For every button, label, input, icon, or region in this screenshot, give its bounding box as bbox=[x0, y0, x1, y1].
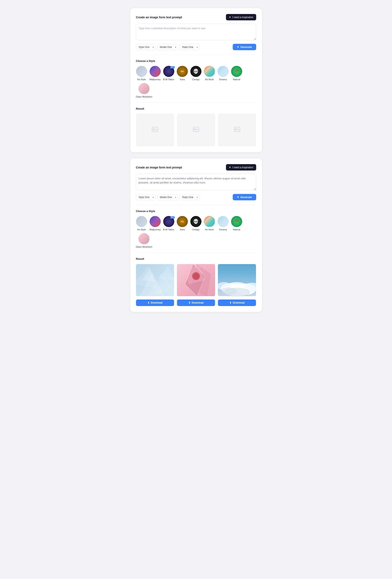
style-circle-artwork-2 bbox=[204, 216, 215, 227]
style-name-dreamy-2: Dreamy bbox=[219, 228, 227, 231]
svg-rect-0 bbox=[152, 127, 158, 132]
style-circle-wrapper-creepy-1: 💀 bbox=[190, 66, 201, 77]
style-name-artwork-2: Art Work bbox=[205, 228, 214, 231]
model-select-2[interactable]: Model One Model Two bbox=[157, 194, 178, 200]
download-button-2-2[interactable]: ⬇ Download bbox=[177, 299, 215, 306]
divider-result-2 bbox=[136, 253, 256, 253]
result-grid-2: ⬇ Download bbox=[136, 264, 256, 306]
prompt-textarea-1[interactable] bbox=[136, 24, 256, 40]
style-item-glass-morphism-2[interactable]: Glass Morphism bbox=[136, 233, 152, 248]
controls-row-1: Style One Style Two Model One Model Two … bbox=[136, 44, 256, 50]
result-image-2-1 bbox=[136, 264, 174, 296]
generate-label-1: Generate bbox=[240, 45, 252, 49]
style-select-1[interactable]: Style One Style Two bbox=[136, 44, 156, 50]
generate-label-2: Generate bbox=[240, 196, 252, 199]
style-circle-no-style-1 bbox=[136, 66, 147, 77]
style-item-glass-morphism-1[interactable]: Glass Morphism bbox=[136, 83, 152, 98]
style-item-sora-2[interactable]: Pro Sora bbox=[177, 216, 188, 231]
style-circle-wrapper-dreamy-2 bbox=[218, 216, 229, 227]
sora-text-1: Pro bbox=[181, 70, 184, 72]
download-button-2-3[interactable]: ⬇ Download bbox=[218, 299, 256, 306]
placeholder-icon-1-3 bbox=[234, 126, 240, 134]
placeholder-icon-1-1 bbox=[152, 126, 158, 134]
download-button-2-1[interactable]: ⬇ Download bbox=[136, 299, 174, 306]
style-item-no-style-2[interactable]: No Style bbox=[136, 216, 147, 231]
style-circle-wrapper-sora-1: Pro bbox=[177, 66, 188, 77]
style-circle-midjourney-1 bbox=[150, 66, 161, 77]
card-2: Create an image form text prompt ✦ I nee… bbox=[130, 158, 262, 312]
placeholder-icon-1-2 bbox=[193, 126, 199, 134]
style-circle-sora-2: Pro bbox=[177, 216, 188, 227]
svg-point-1 bbox=[153, 128, 154, 129]
creepy-icon-2: 💀 bbox=[193, 219, 199, 224]
creepy-icon-1: 💀 bbox=[193, 69, 199, 74]
style-item-artwork-1[interactable]: Art Work bbox=[204, 66, 215, 81]
natural-icon-1: 🌴 bbox=[234, 69, 239, 74]
inspiration-btn-label-2: I need a inspiration bbox=[232, 166, 253, 169]
style-item-sora-1[interactable]: Pro Sora bbox=[177, 66, 188, 81]
sora-text-2: Pro bbox=[181, 220, 184, 222]
style-item-dreamy-2[interactable]: Dreamy bbox=[218, 216, 229, 231]
result-image-2-3 bbox=[218, 264, 256, 296]
divider-result-1 bbox=[136, 102, 256, 103]
inspiration-button-2[interactable]: ✦ I need a inspiration bbox=[226, 164, 256, 170]
style-circle-natural-2: 🌴 bbox=[231, 216, 242, 227]
inspiration-button-1[interactable]: ✦ I need a inspiration bbox=[226, 14, 256, 20]
style-name-natural-2: Natural bbox=[233, 228, 240, 231]
style-item-bw-tattoo-2[interactable]: Pro B-W Tattoo bbox=[163, 216, 174, 231]
style-select-wrapper-1: Style One Style Two bbox=[136, 44, 156, 50]
pro-badge-bw-tattoo-1: Pro bbox=[170, 66, 174, 69]
style-circle-sora-1: Pro bbox=[177, 66, 188, 77]
style-name-no-style-2: No Style bbox=[137, 228, 146, 231]
style-item-midjourney-1[interactable]: Midjourney bbox=[150, 66, 161, 81]
spark-icon-2: ✦ bbox=[229, 166, 231, 169]
generate-icon-1: ✦ bbox=[237, 45, 239, 49]
style-name-dreamy-1: Dreamy bbox=[219, 78, 227, 81]
style-item-natural-1[interactable]: 🌴 Natural bbox=[231, 66, 242, 81]
style-item-dreamy-1[interactable]: Dreamy bbox=[218, 66, 229, 81]
style-name-artwork-1: Art Work bbox=[205, 78, 214, 81]
style-item-midjourney-2[interactable]: Midjourney bbox=[150, 216, 161, 231]
card-1: Create an image form text prompt ✦ I nee… bbox=[130, 8, 262, 152]
generate-button-1[interactable]: ✦ Generate bbox=[233, 44, 256, 50]
prompt-textarea-2[interactable]: Lorem ipsum dolor sit amet, consectetur … bbox=[136, 174, 256, 190]
style-item-artwork-2[interactable]: Art Work bbox=[204, 216, 215, 231]
result-placeholder-1-2 bbox=[177, 114, 215, 146]
inspiration-btn-label-1: I need a inspiration bbox=[232, 16, 253, 19]
result-col-2-1: ⬇ Download bbox=[136, 264, 174, 306]
ratio-select-1[interactable]: Ratio One Ratio Two bbox=[180, 44, 200, 50]
model-select-1[interactable]: Model One Model Two bbox=[157, 44, 178, 50]
style-grid-2: No Style Midjourney Pro B-W Tattoo Pro S… bbox=[136, 216, 256, 248]
style-circle-wrapper-no-style-2 bbox=[136, 216, 147, 227]
style-circle-wrapper-midjourney-1 bbox=[150, 66, 161, 77]
style-select-2[interactable]: Style One Style Two bbox=[136, 194, 156, 200]
style-item-no-style-1[interactable]: No Style bbox=[136, 66, 147, 81]
style-circle-wrapper-sora-2: Pro bbox=[177, 216, 188, 227]
style-item-creepy-1[interactable]: 💀 Creepy bbox=[190, 66, 201, 81]
ratio-select-wrapper-1: Ratio One Ratio Two bbox=[180, 44, 200, 50]
card-1-header: Create an image form text prompt ✦ I nee… bbox=[136, 14, 256, 20]
style-item-natural-2[interactable]: 🌴 Natural bbox=[231, 216, 242, 231]
selects-group-2: Style One Style Two Model One Model Two … bbox=[136, 194, 200, 200]
choose-style-label-2: Choose a Style bbox=[136, 210, 256, 213]
card-2-title: Create an image form text prompt bbox=[136, 166, 182, 169]
style-item-creepy-2[interactable]: 💀 Creepy bbox=[190, 216, 201, 231]
choose-style-label-1: Choose a Style bbox=[136, 60, 256, 63]
natural-icon-2: 🌴 bbox=[234, 219, 239, 224]
ratio-select-2[interactable]: Ratio One Ratio Two bbox=[180, 194, 200, 200]
style-name-creepy-2: Creepy bbox=[192, 228, 199, 231]
result-grid-1 bbox=[136, 114, 256, 146]
download-icon-2-3: ⬇ bbox=[230, 301, 232, 304]
style-circle-creepy-1: 💀 bbox=[190, 66, 201, 77]
style-name-midjourney-1: Midjourney bbox=[150, 78, 161, 81]
spark-icon-1: ✦ bbox=[229, 16, 231, 19]
style-name-creepy-1: Creepy bbox=[192, 78, 199, 81]
download-icon-2-2: ⬇ bbox=[188, 301, 191, 304]
divider-2 bbox=[136, 205, 256, 205]
style-circle-dreamy-1 bbox=[218, 66, 229, 77]
style-item-bw-tattoo-1[interactable]: Pro B-W Tattoo bbox=[163, 66, 174, 81]
style-grid-1: No Style Midjourney Pro B-W Tattoo Pro S… bbox=[136, 66, 256, 98]
style-name-sora-2: Sora bbox=[180, 228, 185, 231]
generate-button-2[interactable]: ✦ Generate bbox=[233, 194, 256, 200]
style-name-midjourney-2: Midjourney bbox=[150, 228, 161, 231]
